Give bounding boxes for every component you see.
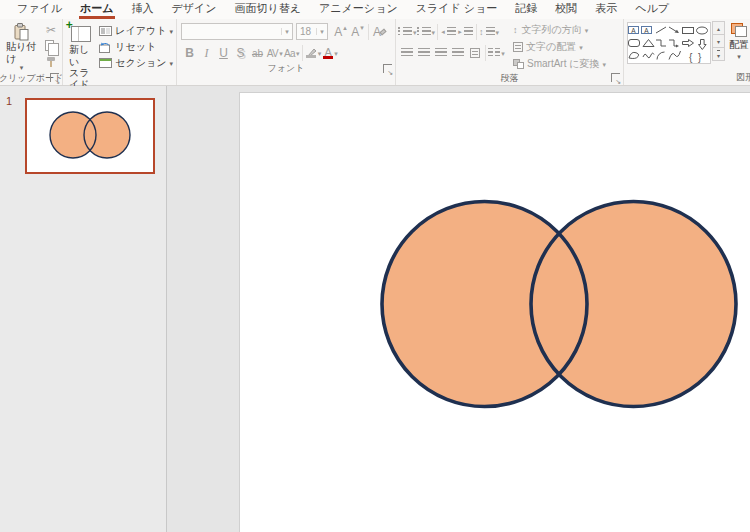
convert-smartart-button[interactable]: SmartArt に変換 ▾ — [513, 57, 606, 71]
text-highlight-button[interactable]: ▾ — [305, 45, 322, 61]
right-brace-shape-icon: } — [698, 52, 702, 63]
increase-indent-button[interactable]: ▸ — [457, 24, 474, 40]
paste-button[interactable]: 貼り付け ▾ — [3, 22, 40, 72]
paragraph-group-label: 段落 — [501, 72, 519, 85]
grow-font-icon: A — [334, 25, 342, 39]
font-color-chevron-down-icon: ▾ — [334, 50, 338, 57]
font-name-chevron-down-icon: ▾ — [285, 28, 289, 35]
case-chevron-down-icon: ▾ — [296, 50, 299, 57]
strikethrough-icon: ab — [252, 48, 263, 59]
launcher-arrow-icon: ↘ — [615, 78, 621, 85]
change-case-button[interactable]: Aa▾ — [283, 45, 300, 61]
gallery-more-button[interactable]: ▾ — [712, 47, 725, 61]
align-text-button[interactable]: 文字の配置 ▾ — [513, 40, 606, 54]
bold-button[interactable]: B — [181, 45, 198, 61]
chevron-down-icon: ▾ — [717, 38, 720, 45]
columns-chevron-down-icon: ▾ — [501, 50, 505, 57]
section-label: セクション — [115, 56, 166, 70]
paste-label: 貼り付け — [6, 41, 37, 64]
tab-insert[interactable]: 挿入 — [123, 0, 163, 19]
line-shape-icon — [656, 27, 666, 33]
font-dialog-launcher[interactable]: ↘ — [383, 64, 392, 73]
bullets-button[interactable]: ▾ — [398, 24, 417, 40]
paragraph-dialog-launcher[interactable]: ↘ — [611, 73, 620, 82]
increase-font-size-button[interactable]: A▴ — [332, 24, 349, 40]
group-drawing: A A { } ▴ ▾ ▾ 配置 ▾ 図形描画 — [624, 19, 750, 85]
tab-record[interactable]: 記録 — [506, 0, 546, 19]
slide-canvas[interactable] — [239, 92, 750, 532]
align-center-button[interactable] — [415, 45, 432, 61]
align-left-icon — [401, 48, 413, 58]
font-size-value: 18 — [297, 26, 316, 37]
align-center-icon — [418, 48, 430, 58]
scribble-shape-icon — [643, 53, 654, 58]
underline-button[interactable]: U — [215, 45, 232, 61]
layout-button[interactable]: レイアウト ▾ — [99, 24, 173, 38]
arrange-icon — [731, 23, 747, 37]
character-spacing-button[interactable]: AV▾ — [266, 45, 283, 61]
align-left-button[interactable] — [398, 45, 415, 61]
paste-clipboard-icon — [14, 23, 29, 41]
tab-review[interactable]: 校閲 — [546, 0, 586, 19]
section-button[interactable]: セクション ▾ — [99, 56, 173, 70]
decrease-font-size-button[interactable]: A▾ — [349, 24, 366, 40]
columns-button[interactable]: ▾ — [488, 45, 505, 61]
copy-button[interactable]: ▾ — [43, 38, 59, 53]
gallery-scroll-down-button[interactable]: ▾ — [712, 34, 725, 48]
clipboard-dialog-launcher[interactable]: ↘ — [50, 73, 59, 82]
font-name-combobox[interactable]: ▾ — [181, 23, 293, 40]
tab-transitions[interactable]: 画面切り替え — [226, 0, 311, 19]
numbering-chevron-down-icon: ▾ — [432, 29, 436, 36]
cut-icon: ✂ — [46, 24, 56, 36]
decrease-indent-button[interactable]: ◂ — [440, 24, 457, 40]
tab-file[interactable]: ファイル — [8, 0, 71, 19]
group-slides: + 新しい スライド ▾ レイアウト ▾ リセット — [63, 19, 177, 85]
text-shadow-button[interactable]: S — [232, 45, 249, 61]
decrease-indent-icon: ◂ — [441, 28, 445, 36]
reset-button[interactable]: リセット — [99, 40, 173, 54]
smartart-label: SmartArt に変換 — [527, 57, 599, 71]
grow-chevron-up-icon: ▴ — [343, 24, 347, 32]
text-direction-button[interactable]: ↕ 文字列の方向 ▾ — [513, 23, 606, 37]
cut-button[interactable]: ✂ — [43, 22, 59, 37]
chevron-up-icon: ▴ — [717, 25, 720, 32]
tab-animations[interactable]: アニメーション — [310, 0, 407, 19]
shapes-gallery[interactable]: A A { } — [627, 22, 711, 64]
tab-help[interactable]: ヘルプ — [626, 0, 678, 19]
italic-icon: I — [205, 46, 209, 61]
font-color-button[interactable]: A ▾ — [322, 45, 339, 61]
shrink-chevron-down-icon: ▾ — [360, 24, 364, 32]
line-spacing-button[interactable]: ↕▾ — [479, 24, 499, 40]
format-painter-button[interactable] — [43, 54, 59, 69]
shapes-gallery-icons: A A { } — [628, 23, 710, 63]
curve-shape-icon — [669, 51, 681, 60]
clear-formatting-button[interactable]: A — [371, 24, 388, 40]
justify-button[interactable] — [449, 45, 466, 61]
justify-icon — [452, 48, 464, 58]
gallery-scroll-up-button[interactable]: ▴ — [712, 21, 725, 35]
distribute-text-button[interactable] — [466, 45, 483, 61]
align-right-button[interactable] — [432, 45, 449, 61]
tab-view[interactable]: 表示 — [586, 0, 626, 19]
down-block-arrow-icon — [699, 40, 707, 50]
slide-thumbnail-1[interactable] — [25, 98, 155, 174]
align-text-label: 文字の配置 — [526, 40, 576, 54]
strikethrough-button[interactable]: ab — [249, 45, 266, 61]
tab-design[interactable]: デザイン — [163, 0, 226, 19]
change-case-icon: Aa — [284, 48, 295, 59]
arrange-button[interactable]: 配置 ▾ — [729, 22, 749, 60]
font-size-combobox[interactable]: 18 ▾ — [296, 23, 328, 40]
numbering-button[interactable]: ▾ — [417, 24, 436, 40]
tab-slideshow[interactable]: スライド ショー — [407, 0, 507, 19]
increase-indent-icon: ▸ — [458, 28, 462, 36]
bullets-icon — [398, 27, 400, 37]
tab-home[interactable]: ホーム — [71, 0, 123, 19]
rectangle-shape-icon — [683, 28, 694, 34]
format-painter-icon — [45, 56, 57, 68]
highlight-chevron-down-icon: ▾ — [318, 50, 322, 57]
venn-diagram — [240, 93, 750, 532]
slide-number: 1 — [6, 95, 12, 107]
reset-icon — [99, 42, 112, 53]
italic-button[interactable]: I — [198, 45, 215, 61]
arrange-label: 配置 — [729, 38, 749, 52]
